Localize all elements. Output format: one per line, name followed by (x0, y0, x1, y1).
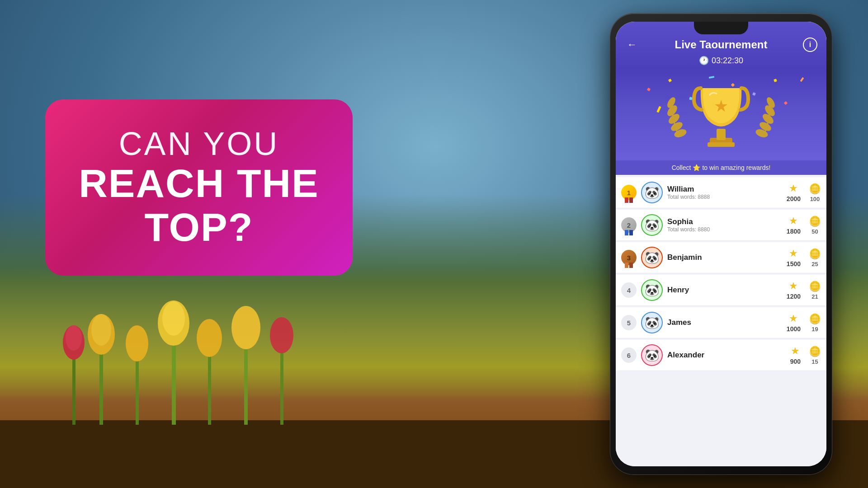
trophy-icon: ★ (692, 79, 750, 151)
score-number: 1800 (787, 228, 801, 235)
rank-badge-5: 5 (621, 315, 637, 330)
coin-icon: 🪙 (809, 313, 821, 325)
score-area: ★ 1000 (787, 313, 801, 333)
player-name: James (667, 318, 782, 327)
leaderboard-row[interactable]: 4 🐼 Henry ★ 1200 🪙 21 (616, 275, 826, 306)
timer-value: 03:22:30 (712, 56, 743, 66)
rank-number: 5 (627, 319, 631, 327)
app-content: ← Live Taournement i 🕐 03:22:30 (616, 22, 826, 466)
trophy-area: ★ (616, 70, 826, 160)
coin-icon: 🪙 (809, 281, 821, 292)
collect-bar: Collect ⭐ to win amazing rewards! (616, 160, 826, 175)
coins-area: 🪙 21 (809, 281, 821, 300)
medal-ribbon-icon (621, 230, 637, 235)
coin-number: 21 (811, 293, 818, 300)
svg-rect-36 (625, 263, 628, 268)
left-laurel-icon (658, 88, 689, 142)
clock-icon: 🕐 (699, 56, 709, 66)
svg-rect-33 (629, 197, 633, 203)
coin-number: 19 (811, 326, 818, 333)
left-panel: CAN YOU REACH THE TOP? (45, 99, 362, 289)
player-info: James (667, 318, 782, 327)
collect-text: Collect (672, 164, 691, 171)
star-icon: ★ (789, 215, 798, 227)
star-icon: ★ (789, 183, 798, 194)
score-number: 1500 (787, 260, 801, 267)
phone-notch (694, 22, 748, 34)
leaderboard-row[interactable]: 5 🐼 James ★ 1000 🪙 19 (616, 307, 826, 338)
rank-badge-1: 1 (621, 185, 637, 200)
reach-top-text: REACH THE TOP? (79, 162, 319, 249)
leaderboard-row[interactable]: 2 🐼 Sophia Total words: 8880 ★ 1800 🪙 50 (616, 210, 826, 241)
coin-icon: 🪙 (809, 248, 821, 260)
rank-badge-4: 4 (621, 282, 637, 298)
star-icon: ★ (789, 313, 798, 324)
player-avatar: 🐼 (641, 344, 663, 366)
avatar-emoji: 🐼 (645, 316, 659, 330)
star-score: ★ (789, 248, 798, 259)
avatar-emoji: 🐼 (645, 218, 659, 232)
right-laurel-icon (753, 88, 784, 142)
player-name: William (667, 185, 782, 194)
timer-row: 🕐 03:22:30 (625, 56, 817, 66)
header-top-row: ← Live Taournement i (625, 38, 817, 52)
player-name: Benjamin (667, 253, 782, 262)
player-avatar: 🐼 (641, 247, 663, 268)
leaderboard-row[interactable]: 3 🐼 Benjamin ★ 1500 🪙 25 (616, 242, 826, 273)
star-icon: ★ (791, 345, 800, 357)
player-name: Alexander (667, 351, 786, 360)
score-number: 2000 (787, 195, 801, 202)
svg-rect-34 (625, 230, 628, 235)
avatar-emoji: 🐼 (645, 186, 659, 200)
star-score: ★ (789, 313, 798, 324)
avatar-emoji: 🐼 (645, 283, 659, 297)
svg-rect-24 (708, 142, 735, 147)
player-name: Henry (667, 286, 782, 295)
coin-number: 25 (811, 261, 818, 267)
coins-area: 🪙 19 (809, 313, 821, 333)
leaderboard-row[interactable]: 6 🐼 Alexander ★ 900 🪙 15 (616, 340, 826, 371)
player-words: Total words: 8888 (667, 194, 782, 200)
score-area: ★ 1800 (787, 215, 801, 235)
player-avatar: 🐼 (641, 182, 663, 203)
phone-screen: ← Live Taournement i 🕐 03:22:30 (616, 22, 826, 466)
avatar-emoji: 🐼 (645, 348, 659, 362)
score-number: 1000 (787, 325, 801, 333)
score-number: 900 (790, 358, 801, 365)
medal-ribbon-icon (621, 263, 637, 268)
player-info: William Total words: 8888 (667, 185, 782, 200)
rank-number: 1 (627, 189, 631, 197)
rank-number: 3 (627, 254, 631, 262)
score-area: ★ 1500 (787, 248, 801, 267)
score-area: ★ 1200 (787, 280, 801, 300)
coin-number: 50 (811, 228, 818, 235)
score-area: ★ 2000 (787, 183, 801, 202)
coin-number: 15 (811, 358, 818, 365)
coin-icon: 🪙 (809, 183, 821, 195)
star-icon: ★ (789, 248, 798, 259)
svg-text:★: ★ (714, 97, 728, 115)
player-name: Sophia (667, 217, 782, 226)
coins-area: 🪙 25 (809, 248, 821, 267)
rank-badge-2: 2 (621, 217, 637, 233)
player-info: Benjamin (667, 253, 782, 262)
medal-ribbon-icon (621, 197, 637, 203)
collect-suffix: to win amazing rewards! (702, 164, 770, 171)
player-info: Henry (667, 286, 782, 295)
player-info: Sophia Total words: 8880 (667, 217, 782, 233)
player-words: Total words: 8880 (667, 226, 782, 233)
star-score: ★ (789, 215, 798, 227)
app-title: Live Taournement (639, 38, 803, 51)
can-you-text: CAN YOU (119, 126, 279, 162)
star-score: ★ (791, 345, 800, 357)
star-score: ★ (789, 280, 798, 292)
player-avatar: 🐼 (641, 279, 663, 301)
back-button[interactable]: ← (625, 38, 639, 52)
star-icon: ★ (789, 280, 798, 292)
info-button[interactable]: i (803, 38, 817, 52)
svg-rect-37 (629, 263, 633, 268)
player-avatar: 🐼 (641, 312, 663, 333)
leaderboard-row[interactable]: 1 🐼 William Total words: 8888 ★ 2000 🪙 1… (616, 177, 826, 208)
rank-badge-6: 6 (621, 347, 637, 363)
phone-frame: ← Live Taournement i 🕐 03:22:30 (610, 14, 832, 474)
